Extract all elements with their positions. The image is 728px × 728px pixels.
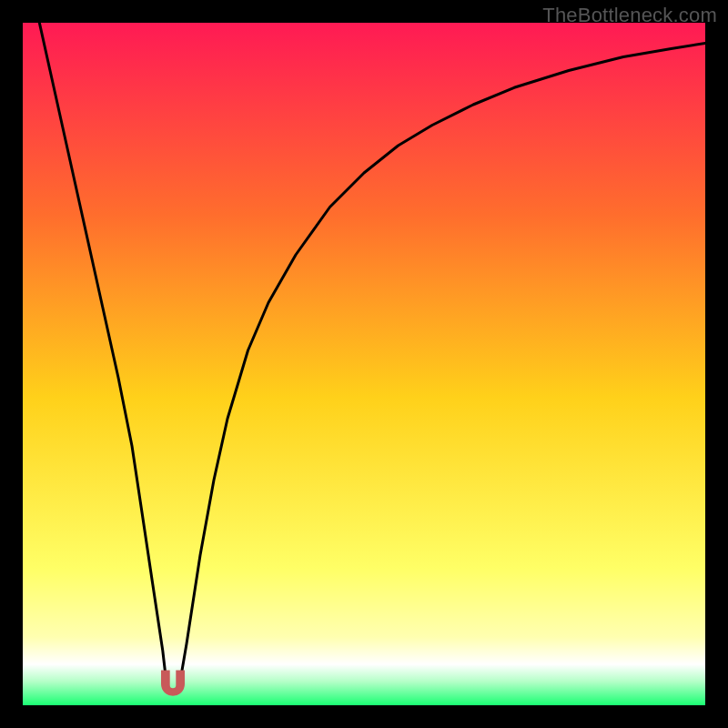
chart-frame: TheBottleneck.com — [0, 0, 728, 728]
gradient-background — [23, 23, 705, 705]
watermark-text: TheBottleneck.com — [542, 4, 717, 27]
chart-svg — [23, 23, 705, 705]
plot-area — [23, 23, 705, 705]
